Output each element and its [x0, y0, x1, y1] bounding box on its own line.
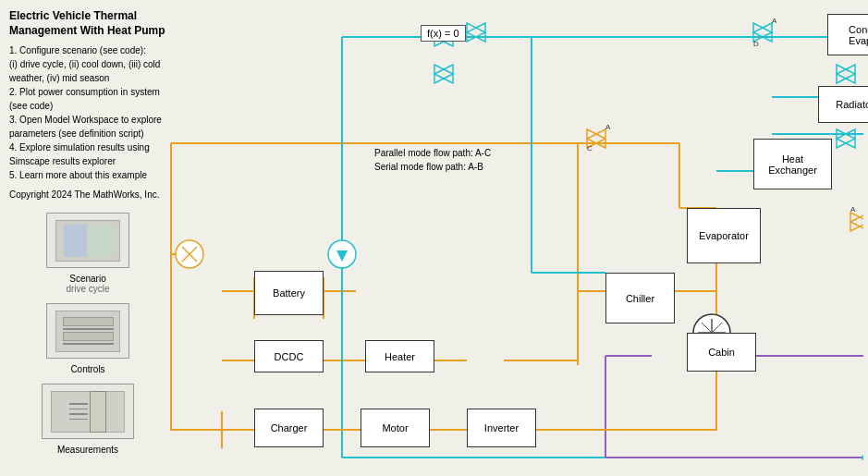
radiator-box: Radiator [818, 86, 868, 123]
controls-section: Controls [9, 299, 166, 374]
scenario-label: Scenario [69, 274, 105, 284]
meas-line-2 [69, 409, 88, 410]
measurements-label: Measurements [57, 445, 118, 455]
svg-text:D: D [753, 40, 759, 48]
scenario-detail [64, 225, 113, 257]
svg-text:C: C [587, 144, 593, 153]
instruction-5: 5. Learn more about this example [9, 168, 166, 182]
svg-marker-68 [837, 65, 855, 83]
controls-inner [55, 311, 120, 352]
meas-line-3 [69, 413, 88, 415]
svg-marker-41 [587, 129, 605, 148]
inverter-box: Inverter [467, 409, 536, 447]
controls-block[interactable] [46, 303, 129, 359]
heat-exchanger-label: HeatExchanger [768, 153, 817, 176]
svg-marker-47 [434, 65, 453, 83]
instruction-1: 1. Configure scenario (see code): [9, 43, 166, 57]
dcdc-box: DCDC [254, 340, 324, 372]
left-panel: Electric Vehicle Thermal Management With… [9, 9, 166, 455]
measurements-block[interactable] [42, 384, 134, 439]
svg-marker-65 [753, 23, 772, 42]
scenario-block[interactable] [46, 213, 129, 268]
instruction-2: 2. Plot power consumption in system (see… [9, 85, 166, 113]
measurements-section: Measurements [9, 380, 166, 455]
svg-line-50 [182, 247, 197, 262]
meas-line-4 [69, 419, 88, 421]
svg-point-52 [328, 240, 356, 268]
ctrl-line-2 [63, 343, 114, 345]
meas-box [90, 391, 106, 433]
svg-marker-53 [336, 250, 348, 262]
controls-detail [63, 317, 114, 345]
svg-marker-71 [837, 129, 855, 148]
serial-mode-label: Serial mode flow path: A-B [374, 162, 483, 172]
meas-lines [69, 403, 88, 420]
controls-label: Controls [70, 364, 104, 374]
svg-text:A: A [772, 17, 777, 25]
instructions-text: 1. Configure scenario (see code): (i) dr… [9, 43, 166, 182]
chiller-box: Chiller [605, 273, 675, 323]
heater-box: Heater [365, 340, 434, 372]
motor-box: Motor [361, 409, 430, 447]
svg-marker-69 [837, 65, 855, 83]
page-title: Electric Vehicle Thermal Management With… [9, 9, 166, 38]
charger-box: Charger [254, 409, 324, 447]
instruction-1b: (i) drive cycle, (ii) cool down, (iii) c… [9, 57, 166, 85]
condenser-evaporator-box: CondenserEvaporator [827, 14, 868, 55]
scenario-sublabel: drive cycle [66, 284, 109, 294]
svg-marker-70 [837, 129, 855, 148]
svg-text:A: A [605, 123, 611, 131]
svg-marker-42 [587, 129, 605, 148]
condenser-evaporator-label: CondenserEvaporator [849, 24, 868, 46]
battery-box: Battery [254, 271, 324, 315]
fx-label: f(x) = 0 [421, 25, 466, 42]
copyright-text: Copyright 2024 The MathWorks, Inc. [9, 189, 166, 200]
svg-marker-48 [434, 65, 453, 83]
heat-exchanger-box: HeatExchanger [753, 139, 832, 189]
ctrl-line-1 [63, 328, 114, 330]
measurements-inner [51, 391, 125, 433]
cabin-box: Cabin [687, 333, 756, 372]
svg-line-51 [182, 247, 197, 262]
scenario-inner [55, 220, 120, 262]
svg-marker-39 [467, 23, 485, 42]
instruction-4: 4. Explore simulation results using Sims… [9, 140, 166, 168]
meas-line-1 [69, 403, 88, 405]
evaporator-box: Evaporator [687, 208, 761, 263]
instruction-3: 3. Open Model Workspace to explore param… [9, 113, 166, 140]
svg-marker-73 [850, 213, 863, 231]
scenario-section: Scenario drive cycle [9, 209, 166, 294]
svg-marker-64 [753, 23, 772, 42]
ctrl-box-2 [63, 332, 114, 341]
main-container: Electric Vehicle Thermal Management With… [0, 0, 868, 476]
svg-marker-40 [467, 23, 485, 42]
measurements-detail [69, 391, 106, 433]
svg-point-49 [176, 240, 203, 268]
parallel-mode-label: Parallel mode flow path: A-C [374, 148, 491, 158]
scenario-mini-1 [64, 225, 87, 257]
svg-point-83 [862, 455, 863, 460]
ctrl-box-1 [63, 317, 114, 326]
scenario-mini-2 [90, 225, 113, 257]
svg-text:A: A [850, 205, 856, 214]
diagram-area: A C [162, 5, 863, 471]
svg-marker-72 [850, 213, 863, 231]
